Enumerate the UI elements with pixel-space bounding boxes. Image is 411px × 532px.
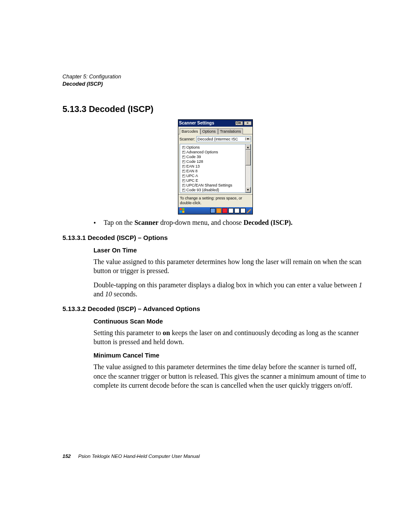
tree-view[interactable]: +Options +Advanced Options +Code 39 +Cod… xyxy=(180,144,251,193)
scanner-label: Scanner: xyxy=(180,137,195,141)
paragraph: The value assigned to this parameter det… xyxy=(93,362,368,389)
param-heading: Minimum Cancel Time xyxy=(93,352,368,360)
scanner-dropdown[interactable]: Decoded (Intermec ISC ▼ xyxy=(196,136,251,142)
scroll-up-icon[interactable]: ▲ xyxy=(246,144,251,150)
tree-item: +UPC E xyxy=(181,178,244,183)
section-heading: 5.13.3 Decoded (ISCP) xyxy=(62,104,368,114)
page-number: 152 xyxy=(62,454,71,459)
svg-rect-2 xyxy=(180,211,182,213)
taskbar xyxy=(178,207,252,214)
bullet-item: • Tap on the Scanner drop-down menu, and… xyxy=(93,218,368,227)
bullet-icon: • xyxy=(93,218,96,227)
tray-icon[interactable] xyxy=(228,208,234,213)
section-line: Decoded (ISCP) xyxy=(62,81,368,88)
tree-item: +Code 93 (disabled) xyxy=(181,188,244,193)
start-icon[interactable] xyxy=(179,208,185,213)
tray-icon[interactable] xyxy=(240,208,246,213)
tree-item: +UPC A xyxy=(181,174,244,178)
param-heading: Laser On Time xyxy=(93,246,368,255)
dropdown-arrow-icon[interactable]: ▼ xyxy=(245,137,251,140)
titlebar: Scanner Settings OK × xyxy=(178,120,252,127)
footer-text: Psion Teklogix NEO Hand-Held Computer Us… xyxy=(78,454,199,459)
tree-item: +Code 128 xyxy=(181,159,244,164)
tree-items: +Options +Advanced Options +Code 39 +Cod… xyxy=(180,144,245,193)
close-button[interactable]: × xyxy=(244,121,252,125)
svg-rect-1 xyxy=(182,208,184,210)
ok-button[interactable]: OK xyxy=(235,121,243,125)
svg-rect-3 xyxy=(182,211,184,213)
scrollbar[interactable]: ▲ ▼ xyxy=(245,144,251,193)
svg-rect-0 xyxy=(180,208,182,210)
tray-icon[interactable] xyxy=(210,208,215,213)
tab-options[interactable]: Options xyxy=(200,128,218,134)
bullet-text: Tap on the Scanner drop-down menu, and c… xyxy=(104,218,293,227)
chapter-line: Chapter 5: Configuration xyxy=(62,73,368,81)
hint-text: To change a setting: press space, or dou… xyxy=(178,194,252,207)
tray-icon[interactable] xyxy=(216,208,221,213)
embedded-screenshot: Scanner Settings OK × Barcodes Options T… xyxy=(62,119,368,215)
page-footer: 152 Psion Teklogix NEO Hand-Held Compute… xyxy=(62,454,199,459)
tree-item: +UPC/EAN Shared Settings xyxy=(181,183,244,188)
device-window: Scanner Settings OK × Barcodes Options T… xyxy=(178,119,253,215)
paragraph: The value assigned to this parameter det… xyxy=(93,257,368,275)
paragraph: Setting this parameter to on keeps the l… xyxy=(93,328,368,346)
tree-item: +EAN 13 xyxy=(181,164,244,169)
tray-icon[interactable] xyxy=(222,208,227,213)
window-title: Scanner Settings xyxy=(179,121,215,125)
paragraph: Double-tapping on this parameter display… xyxy=(93,280,368,299)
tree-item: +EAN 8 xyxy=(181,169,244,174)
body-text: • Tap on the Scanner drop-down menu, and… xyxy=(93,218,368,390)
tree-item: +Code 39 xyxy=(181,155,244,159)
scroll-thumb[interactable] xyxy=(246,150,251,165)
tray-icon[interactable] xyxy=(234,208,240,213)
tab-strip: Barcodes Options Translations xyxy=(178,127,252,134)
running-head: Chapter 5: Configuration Decoded (ISCP) xyxy=(62,73,368,88)
scanner-row: Scanner: Decoded (Intermec ISC ▼ xyxy=(178,134,252,144)
tab-barcodes[interactable]: Barcodes xyxy=(180,128,200,134)
tree-item: +Options xyxy=(181,145,244,150)
param-heading: Continuous Scan Mode xyxy=(93,317,368,326)
scroll-down-icon[interactable]: ▼ xyxy=(246,187,251,193)
pen-icon[interactable] xyxy=(246,208,252,213)
tab-translations[interactable]: Translations xyxy=(218,128,243,134)
scanner-value: Decoded (Intermec ISC xyxy=(197,137,245,141)
scroll-track[interactable] xyxy=(246,165,251,187)
system-tray xyxy=(210,208,252,213)
subsection-heading: 5.13.3.2 Decoded (ISCP) – Advanced Optio… xyxy=(62,305,368,313)
subsection-heading: 5.13.3.1 Decoded (ISCP) – Options xyxy=(62,233,368,242)
tree-item: +Advanced Options xyxy=(181,150,244,155)
